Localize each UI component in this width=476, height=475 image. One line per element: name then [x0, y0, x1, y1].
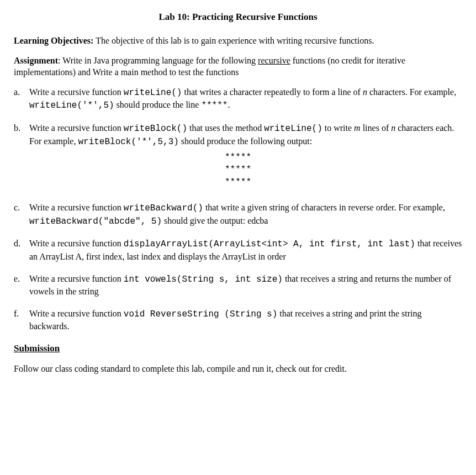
text: should give the output: edcba	[162, 216, 268, 225]
item-body: Write a recursive function void ReverseS…	[29, 308, 462, 332]
text: Write a recursive function	[29, 239, 124, 248]
code: writeLine()	[264, 124, 322, 134]
output-line: *****	[14, 163, 462, 176]
code: int vowels(String s, int size)	[124, 275, 283, 284]
block-output: ***** ***** *****	[14, 151, 462, 188]
item-b: b. Write a recursive function writeBlock…	[14, 122, 462, 192]
text: .	[228, 100, 230, 109]
code: displayArrayList(ArrayList<int> A, int f…	[124, 239, 415, 249]
item-body: Write a recursive function displayArrayL…	[29, 238, 462, 262]
assignment-intro: Assignment: Write in Java programming la…	[14, 55, 462, 78]
text: Write a recursive function	[29, 309, 124, 318]
output-line: *****	[14, 176, 462, 188]
text: Write a recursive function	[29, 203, 124, 212]
item-letter: f.	[14, 308, 29, 332]
assignment-text-before: : Write in Java programming language for…	[58, 56, 258, 65]
code: writeBlock('*',5,3)	[78, 137, 178, 147]
assignment-label: Assignment	[14, 56, 58, 65]
code: writeBackward("abcde", 5)	[29, 217, 162, 226]
text: that write a given string of characters …	[203, 203, 445, 212]
item-letter: c.	[14, 202, 29, 228]
objectives-text: The objective of this lab is to gain exp…	[93, 36, 374, 45]
learning-objectives: Learning Objectives: The objective of th…	[14, 35, 462, 47]
code: void ReverseString (String s)	[124, 309, 277, 319]
item-d: d. Write a recursive function displayArr…	[14, 238, 462, 262]
text: lines of	[361, 123, 392, 133]
lab-title: Lab 10: Practicing Recursive Functions	[14, 11, 462, 24]
text: Write a recursive function	[29, 274, 124, 283]
code: *****	[201, 101, 228, 110]
text: Write a recursive function	[29, 87, 124, 97]
code: writeBackward()	[124, 203, 203, 213]
submission-text: Follow our class coding standard to comp…	[14, 363, 462, 375]
text: should produce the following output:	[179, 136, 312, 146]
submission-heading: Submission	[14, 342, 462, 355]
item-e: e. Write a recursive function int vowels…	[14, 273, 462, 298]
code: writeBlock()	[124, 124, 187, 134]
item-f: f. Write a recursive function void Rever…	[14, 308, 462, 332]
code: writeLine('*',5)	[29, 101, 114, 110]
item-body: Write a recursive function writeBackward…	[29, 202, 462, 228]
code: writeLine()	[124, 88, 182, 98]
item-body: Write a recursive function int vowels(St…	[29, 273, 462, 298]
item-c: c. Write a recursive function writeBackw…	[14, 202, 462, 228]
text: characters. For example,	[367, 87, 456, 97]
output-line: *****	[14, 151, 462, 163]
item-letter: d.	[14, 238, 29, 262]
var-m: m	[354, 123, 361, 133]
text: to write	[322, 123, 354, 133]
item-body: Write a recursive function writeBlock() …	[29, 122, 462, 192]
text: that writes a character repeatedly to fo…	[182, 87, 362, 97]
item-letter: e.	[14, 273, 29, 298]
text: Write a recursive function	[29, 123, 124, 133]
text: that uses the method	[187, 123, 264, 133]
item-a: a. Write a recursive function writeLine(…	[14, 86, 462, 112]
item-letter: a.	[14, 86, 29, 112]
var-n: n	[363, 87, 367, 97]
assignment-underlined: recursive	[258, 56, 290, 65]
item-body: Write a recursive function writeLine() t…	[29, 86, 462, 112]
objectives-label: Learning Objectives:	[14, 36, 93, 45]
text: should produce the line	[114, 100, 202, 109]
